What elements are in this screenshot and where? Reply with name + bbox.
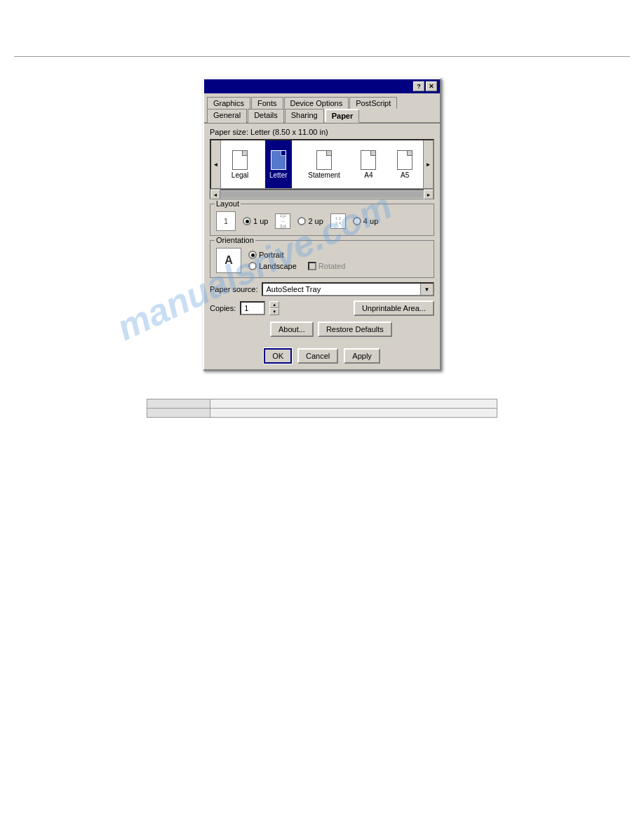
top-divider <box>14 56 630 57</box>
paper-source-label: Paper source: <box>210 285 257 293</box>
tab-postscript[interactable]: PostScript <box>349 97 397 109</box>
copies-spin-buttons: ▲ ▼ <box>269 301 279 315</box>
tab-details[interactable]: Details <box>248 109 284 123</box>
paper-source-row: Paper source: AutoSelect Tray ▼ <box>210 282 434 296</box>
radio-2up-circle <box>297 217 306 225</box>
close-button[interactable]: ✕ <box>426 81 437 91</box>
tab-fonts[interactable]: Fonts <box>251 97 283 109</box>
paper-icon-a5 <box>397 150 412 170</box>
cancel-button[interactable]: Cancel <box>297 348 338 364</box>
paper-item-letter[interactable]: Letter <box>265 140 292 188</box>
table-cell <box>210 409 497 418</box>
ok-button[interactable]: OK <box>264 348 292 364</box>
copies-spin-down[interactable]: ▼ <box>269 308 279 315</box>
title-bar-buttons: ? ✕ <box>413 81 437 91</box>
tab-general[interactable]: General <box>207 109 247 123</box>
radio-4up[interactable]: 4 up <box>353 217 378 225</box>
copies-row: Copies: 1 ▲ ▼ Unprintable Area... <box>210 300 434 316</box>
tabs-row-2: General Details Sharing Paper <box>204 108 440 124</box>
orientation-row-inner: Landscape Rotated <box>248 262 345 270</box>
paper-scrollbar[interactable]: ◄ ► <box>210 190 434 199</box>
table-cell <box>147 409 210 418</box>
paper-items: Legal Letter Statement A4 <box>221 140 423 188</box>
scrollbar-left-btn[interactable]: ◄ <box>210 190 220 199</box>
orientation-row: A Portrait Landscape <box>216 248 428 273</box>
rotated-checkbox[interactable] <box>308 262 316 270</box>
paper-icon-statement <box>316 150 332 170</box>
layout-group: Layout 1 1 up 1|2—3|4 2 up 1 2 <box>210 204 434 236</box>
layout-icon-4up: 1 23 4 <box>330 213 346 229</box>
radio-2up[interactable]: 2 up <box>297 217 323 225</box>
paper-size-value: Letter (8.50 x 11.00 in) <box>250 128 328 136</box>
table-cell <box>210 399 497 409</box>
table-row <box>147 409 497 418</box>
about-button[interactable]: About... <box>270 322 314 337</box>
scrollbar-track <box>220 191 424 198</box>
rotated-checkbox-opt: Rotated <box>308 262 346 270</box>
paper-item-a5[interactable]: A5 <box>393 140 417 188</box>
radio-landscape[interactable]: Landscape <box>248 262 297 270</box>
orientation-options: Portrait Landscape Rotated <box>248 251 345 270</box>
bottom-table <box>147 399 497 418</box>
unprintable-area-button[interactable]: Unprintable Area... <box>354 300 434 316</box>
radio-landscape-circle <box>248 262 257 270</box>
radio-4up-circle <box>353 217 361 225</box>
paper-selector-box: ◄ Legal Letter Statement <box>210 139 434 190</box>
paper-item-statement[interactable]: Statement <box>304 140 344 188</box>
tab-sharing[interactable]: Sharing <box>285 109 324 123</box>
scrollbar-right-btn[interactable]: ► <box>424 190 434 199</box>
radio-portrait-circle <box>248 251 257 259</box>
radio-portrait[interactable]: Portrait <box>248 251 345 259</box>
paper-source-dropdown[interactable]: AutoSelect Tray ▼ <box>262 282 434 296</box>
paper-item-a4[interactable]: A4 <box>356 140 380 188</box>
paper-icon-a4 <box>361 150 376 170</box>
layout-group-label: Layout <box>215 199 241 208</box>
orientation-group: Orientation A Portrait Landscape <box>210 240 434 278</box>
orientation-group-label: Orientation <box>215 236 255 244</box>
tab-paper[interactable]: Paper <box>325 109 360 123</box>
orientation-preview: A <box>216 248 241 273</box>
title-bar: ? ✕ <box>204 79 440 93</box>
tab-device-options[interactable]: Device Options <box>284 97 349 109</box>
tab-graphics[interactable]: Graphics <box>207 97 250 109</box>
tabs-row-1: Graphics Fonts Device Options PostScript <box>204 93 440 108</box>
paper-item-legal[interactable]: Legal <box>227 140 253 188</box>
bottom-table-wrapper <box>0 399 644 418</box>
layout-preview: 1 <box>216 211 236 231</box>
paper-scroll-right[interactable]: ► <box>423 140 433 188</box>
radio-1up[interactable]: 1 up <box>243 217 268 225</box>
printer-properties-dialog: ? ✕ Graphics Fonts Device Options PostSc… <box>203 78 441 371</box>
about-restore-row: About... Restore Defaults <box>210 322 434 337</box>
layout-icon-2up: 1|2—3|4 <box>275 213 290 229</box>
rotated-label: Rotated <box>318 262 346 270</box>
table-cell <box>147 399 210 409</box>
layout-row: 1 1 up 1|2—3|4 2 up 1 23 4 <box>216 211 428 231</box>
paper-scroll-left[interactable]: ◄ <box>211 140 221 188</box>
dropdown-arrow[interactable]: ▼ <box>420 284 433 295</box>
dialog-footer: OK Cancel Apply <box>204 345 440 369</box>
help-button[interactable]: ? <box>413 81 424 91</box>
copies-label: Copies: <box>210 304 236 312</box>
apply-button[interactable]: Apply <box>344 348 380 364</box>
copies-input[interactable]: 1 <box>240 301 265 315</box>
paper-icon-legal <box>232 150 248 170</box>
paper-size-label: Paper size: Letter (8.50 x 11.00 in) <box>210 128 434 136</box>
table-row <box>147 399 497 409</box>
paper-icon-letter <box>271 150 286 170</box>
restore-defaults-button[interactable]: Restore Defaults <box>318 322 392 337</box>
radio-1up-circle <box>243 217 251 225</box>
copies-spin-up[interactable]: ▲ <box>269 301 279 308</box>
dialog-body: Paper size: Letter (8.50 x 11.00 in) ◄ L… <box>204 124 440 345</box>
